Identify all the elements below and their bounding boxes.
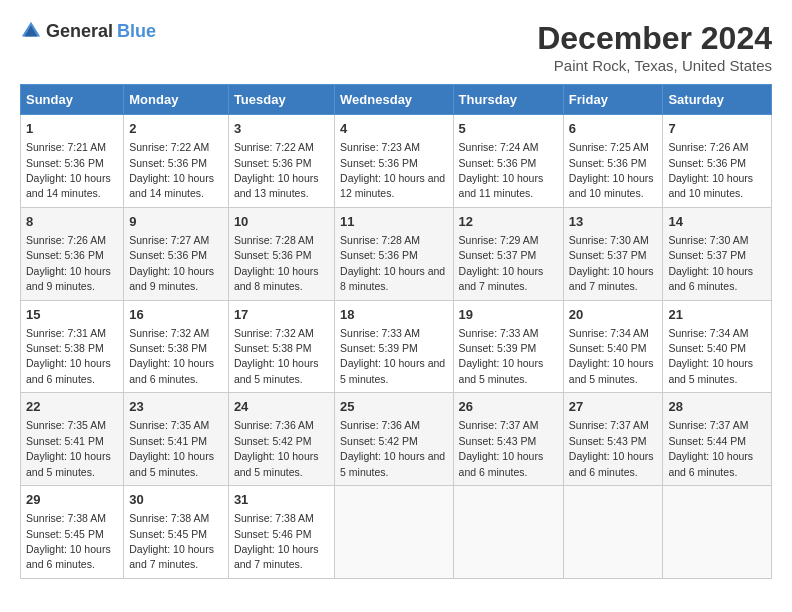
day-number: 16 (129, 306, 223, 324)
calendar-week-row: 1 Sunrise: 7:21 AMSunset: 5:36 PMDayligh… (21, 115, 772, 208)
cell-content: Sunrise: 7:31 AMSunset: 5:38 PMDaylight:… (26, 327, 111, 385)
calendar-cell: 14 Sunrise: 7:30 AMSunset: 5:37 PMDaylig… (663, 207, 772, 300)
day-number: 22 (26, 398, 118, 416)
cell-content: Sunrise: 7:28 AMSunset: 5:36 PMDaylight:… (340, 234, 445, 292)
day-number: 24 (234, 398, 329, 416)
header-day: Tuesday (228, 85, 334, 115)
calendar-cell: 27 Sunrise: 7:37 AMSunset: 5:43 PMDaylig… (563, 393, 663, 486)
day-number: 28 (668, 398, 766, 416)
day-number: 13 (569, 213, 658, 231)
header-day: Friday (563, 85, 663, 115)
calendar-cell (453, 486, 563, 579)
cell-content: Sunrise: 7:33 AMSunset: 5:39 PMDaylight:… (459, 327, 544, 385)
calendar-cell: 31 Sunrise: 7:38 AMSunset: 5:46 PMDaylig… (228, 486, 334, 579)
cell-content: Sunrise: 7:36 AMSunset: 5:42 PMDaylight:… (234, 419, 319, 477)
day-number: 10 (234, 213, 329, 231)
day-number: 14 (668, 213, 766, 231)
calendar-table: SundayMondayTuesdayWednesdayThursdayFrid… (20, 84, 772, 579)
calendar-cell: 21 Sunrise: 7:34 AMSunset: 5:40 PMDaylig… (663, 300, 772, 393)
cell-content: Sunrise: 7:27 AMSunset: 5:36 PMDaylight:… (129, 234, 214, 292)
calendar-cell: 3 Sunrise: 7:22 AMSunset: 5:36 PMDayligh… (228, 115, 334, 208)
day-number: 25 (340, 398, 447, 416)
calendar-cell: 2 Sunrise: 7:22 AMSunset: 5:36 PMDayligh… (124, 115, 229, 208)
cell-content: Sunrise: 7:22 AMSunset: 5:36 PMDaylight:… (234, 141, 319, 199)
header-day: Wednesday (335, 85, 453, 115)
calendar-cell: 24 Sunrise: 7:36 AMSunset: 5:42 PMDaylig… (228, 393, 334, 486)
header-day: Sunday (21, 85, 124, 115)
calendar-cell (663, 486, 772, 579)
day-number: 20 (569, 306, 658, 324)
calendar-cell: 6 Sunrise: 7:25 AMSunset: 5:36 PMDayligh… (563, 115, 663, 208)
logo: General Blue (20, 20, 156, 42)
cell-content: Sunrise: 7:36 AMSunset: 5:42 PMDaylight:… (340, 419, 445, 477)
calendar-cell: 15 Sunrise: 7:31 AMSunset: 5:38 PMDaylig… (21, 300, 124, 393)
day-number: 3 (234, 120, 329, 138)
header-day: Saturday (663, 85, 772, 115)
cell-content: Sunrise: 7:38 AMSunset: 5:46 PMDaylight:… (234, 512, 319, 570)
calendar-week-row: 15 Sunrise: 7:31 AMSunset: 5:38 PMDaylig… (21, 300, 772, 393)
logo-icon (20, 20, 42, 42)
cell-content: Sunrise: 7:30 AMSunset: 5:37 PMDaylight:… (569, 234, 654, 292)
cell-content: Sunrise: 7:35 AMSunset: 5:41 PMDaylight:… (26, 419, 111, 477)
cell-content: Sunrise: 7:38 AMSunset: 5:45 PMDaylight:… (129, 512, 214, 570)
calendar-header: SundayMondayTuesdayWednesdayThursdayFrid… (21, 85, 772, 115)
calendar-cell: 18 Sunrise: 7:33 AMSunset: 5:39 PMDaylig… (335, 300, 453, 393)
page-subtitle: Paint Rock, Texas, United States (537, 57, 772, 74)
calendar-cell: 10 Sunrise: 7:28 AMSunset: 5:36 PMDaylig… (228, 207, 334, 300)
calendar-cell: 1 Sunrise: 7:21 AMSunset: 5:36 PMDayligh… (21, 115, 124, 208)
cell-content: Sunrise: 7:38 AMSunset: 5:45 PMDaylight:… (26, 512, 111, 570)
day-number: 5 (459, 120, 558, 138)
header-day: Thursday (453, 85, 563, 115)
calendar-body: 1 Sunrise: 7:21 AMSunset: 5:36 PMDayligh… (21, 115, 772, 579)
day-number: 12 (459, 213, 558, 231)
cell-content: Sunrise: 7:28 AMSunset: 5:36 PMDaylight:… (234, 234, 319, 292)
day-number: 6 (569, 120, 658, 138)
cell-content: Sunrise: 7:21 AMSunset: 5:36 PMDaylight:… (26, 141, 111, 199)
calendar-cell: 26 Sunrise: 7:37 AMSunset: 5:43 PMDaylig… (453, 393, 563, 486)
title-block: December 2024 Paint Rock, Texas, United … (537, 20, 772, 74)
calendar-cell (335, 486, 453, 579)
day-number: 21 (668, 306, 766, 324)
logo-blue: Blue (117, 21, 156, 42)
day-number: 30 (129, 491, 223, 509)
calendar-cell: 4 Sunrise: 7:23 AMSunset: 5:36 PMDayligh… (335, 115, 453, 208)
cell-content: Sunrise: 7:23 AMSunset: 5:36 PMDaylight:… (340, 141, 445, 199)
calendar-week-row: 22 Sunrise: 7:35 AMSunset: 5:41 PMDaylig… (21, 393, 772, 486)
cell-content: Sunrise: 7:32 AMSunset: 5:38 PMDaylight:… (129, 327, 214, 385)
cell-content: Sunrise: 7:25 AMSunset: 5:36 PMDaylight:… (569, 141, 654, 199)
cell-content: Sunrise: 7:29 AMSunset: 5:37 PMDaylight:… (459, 234, 544, 292)
calendar-cell: 20 Sunrise: 7:34 AMSunset: 5:40 PMDaylig… (563, 300, 663, 393)
cell-content: Sunrise: 7:26 AMSunset: 5:36 PMDaylight:… (26, 234, 111, 292)
calendar-cell: 16 Sunrise: 7:32 AMSunset: 5:38 PMDaylig… (124, 300, 229, 393)
cell-content: Sunrise: 7:37 AMSunset: 5:43 PMDaylight:… (459, 419, 544, 477)
calendar-week-row: 8 Sunrise: 7:26 AMSunset: 5:36 PMDayligh… (21, 207, 772, 300)
day-number: 29 (26, 491, 118, 509)
calendar-cell: 28 Sunrise: 7:37 AMSunset: 5:44 PMDaylig… (663, 393, 772, 486)
calendar-cell: 12 Sunrise: 7:29 AMSunset: 5:37 PMDaylig… (453, 207, 563, 300)
day-number: 31 (234, 491, 329, 509)
calendar-cell: 5 Sunrise: 7:24 AMSunset: 5:36 PMDayligh… (453, 115, 563, 208)
cell-content: Sunrise: 7:24 AMSunset: 5:36 PMDaylight:… (459, 141, 544, 199)
cell-content: Sunrise: 7:37 AMSunset: 5:43 PMDaylight:… (569, 419, 654, 477)
day-number: 2 (129, 120, 223, 138)
header-row: SundayMondayTuesdayWednesdayThursdayFrid… (21, 85, 772, 115)
day-number: 1 (26, 120, 118, 138)
cell-content: Sunrise: 7:22 AMSunset: 5:36 PMDaylight:… (129, 141, 214, 199)
calendar-cell: 11 Sunrise: 7:28 AMSunset: 5:36 PMDaylig… (335, 207, 453, 300)
cell-content: Sunrise: 7:30 AMSunset: 5:37 PMDaylight:… (668, 234, 753, 292)
cell-content: Sunrise: 7:34 AMSunset: 5:40 PMDaylight:… (569, 327, 654, 385)
header-day: Monday (124, 85, 229, 115)
cell-content: Sunrise: 7:32 AMSunset: 5:38 PMDaylight:… (234, 327, 319, 385)
calendar-cell: 19 Sunrise: 7:33 AMSunset: 5:39 PMDaylig… (453, 300, 563, 393)
cell-content: Sunrise: 7:26 AMSunset: 5:36 PMDaylight:… (668, 141, 753, 199)
calendar-cell: 17 Sunrise: 7:32 AMSunset: 5:38 PMDaylig… (228, 300, 334, 393)
day-number: 18 (340, 306, 447, 324)
day-number: 11 (340, 213, 447, 231)
logo-general: General (46, 21, 113, 42)
calendar-cell: 22 Sunrise: 7:35 AMSunset: 5:41 PMDaylig… (21, 393, 124, 486)
day-number: 19 (459, 306, 558, 324)
calendar-cell: 9 Sunrise: 7:27 AMSunset: 5:36 PMDayligh… (124, 207, 229, 300)
day-number: 17 (234, 306, 329, 324)
calendar-cell (563, 486, 663, 579)
cell-content: Sunrise: 7:37 AMSunset: 5:44 PMDaylight:… (668, 419, 753, 477)
